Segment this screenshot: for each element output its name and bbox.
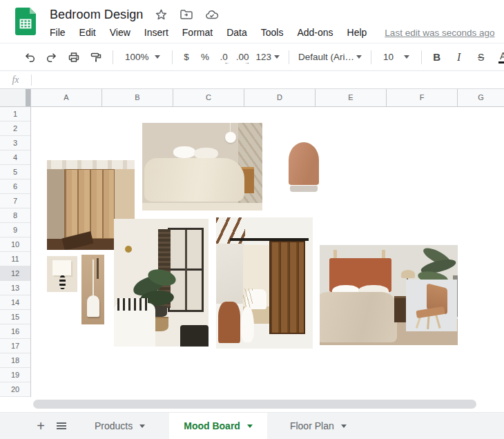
left-arrow-icon: ←: [224, 59, 230, 66]
select-all-corner[interactable]: [0, 89, 31, 107]
menu-insert[interactable]: Insert: [137, 25, 175, 40]
row-header[interactable]: 20: [0, 382, 30, 397]
last-edit-status[interactable]: Last edit was seconds ago: [385, 28, 494, 38]
toolbar-separator: [371, 50, 371, 64]
font-size-select[interactable]: 10: [376, 47, 416, 67]
menu-format[interactable]: Format: [175, 25, 220, 40]
linen-duvet: [144, 158, 244, 202]
row-header[interactable]: 1: [0, 107, 30, 121]
star-icon[interactable]: [155, 8, 168, 21]
row-headers: 1234567891011121314151617181920: [0, 107, 31, 397]
bold-button[interactable]: B: [427, 47, 447, 67]
row-header[interactable]: 2: [0, 121, 30, 136]
menu-help[interactable]: Help: [340, 25, 374, 40]
dropdown-arrow-icon: [404, 55, 409, 59]
menu-edit[interactable]: Edit: [72, 25, 103, 40]
more-formats-button[interactable]: 123: [252, 47, 284, 67]
image-wall-sconce[interactable]: [47, 256, 77, 292]
dropdown-arrow-icon: [274, 55, 280, 59]
tab-label: Mood Board: [184, 420, 240, 431]
row-header[interactable]: 4: [0, 150, 30, 165]
column-header[interactable]: E: [316, 89, 387, 107]
menu-tools[interactable]: Tools: [254, 25, 291, 40]
formula-input[interactable]: [32, 71, 504, 88]
column-header[interactable]: B: [102, 89, 173, 107]
dropdown-arrow-icon: [356, 55, 362, 59]
sheet-tab-bar: + Products Mood Board Floor Plan: [0, 412, 504, 439]
row-header[interactable]: 8: [0, 208, 30, 223]
dropdown-arrow-icon: [139, 425, 145, 428]
menu-bar: File Edit View Insert Format Data Tools …: [43, 25, 504, 40]
row-header[interactable]: 3: [0, 136, 30, 150]
toolbar-separator: [421, 50, 422, 64]
image-barn-door-bath[interactable]: [216, 217, 313, 349]
add-sheet-button[interactable]: +: [30, 413, 51, 439]
image-window-bedroom[interactable]: [114, 219, 209, 347]
zoom-select[interactable]: 100%: [118, 47, 167, 67]
google-sheets-app: Bedroom Design File Edit View Insert For…: [0, 0, 504, 439]
row-header[interactable]: 19: [0, 368, 30, 382]
spreadsheet-grid: ABCDEFG 1234567891011121314151617181920: [0, 89, 504, 397]
formula-bar: fx: [0, 71, 504, 89]
row-header[interactable]: 15: [0, 310, 30, 324]
corner-strip: [26, 89, 30, 106]
row-header[interactable]: 16: [0, 324, 30, 339]
increase-decimal-button[interactable]: .00→: [233, 47, 252, 67]
column-header[interactable]: A: [31, 89, 102, 107]
cloud-saved-icon[interactable]: [205, 9, 220, 21]
image-linen-bed[interactable]: [142, 123, 262, 211]
sconce-shade: [52, 260, 71, 275]
barn-door: [269, 241, 305, 334]
row-header[interactable]: 17: [0, 339, 30, 353]
menu-view[interactable]: View: [103, 25, 137, 40]
row-header[interactable]: 6: [0, 179, 30, 194]
redo-icon[interactable]: [41, 47, 61, 67]
row-header[interactable]: 14: [0, 295, 30, 310]
row-header[interactable]: 7: [0, 194, 30, 208]
document-title[interactable]: Bedroom Design: [50, 8, 143, 22]
tab-label: Floor Plan: [290, 420, 334, 431]
print-icon[interactable]: [64, 47, 84, 67]
menu-addons[interactable]: Add-ons: [290, 25, 340, 40]
italic-button[interactable]: I: [449, 47, 469, 67]
image-pendant-lamp[interactable]: [81, 255, 104, 324]
all-sheets-icon[interactable]: [51, 413, 72, 439]
dropdown-arrow-icon: [155, 55, 160, 59]
fx-label: fx: [0, 75, 31, 86]
row-header[interactable]: 13: [0, 281, 30, 295]
paint-format-icon[interactable]: [86, 47, 106, 67]
column-header[interactable]: G: [458, 89, 504, 107]
text-color-button[interactable]: A: [493, 47, 504, 67]
decrease-decimal-button[interactable]: .0←: [215, 47, 233, 67]
wardrobe-doors: [64, 169, 114, 239]
row-header[interactable]: 18: [0, 353, 30, 368]
toolbar: 100% $ % .0← .00→ 123 Default (Ari… 10 B…: [0, 43, 504, 71]
currency-format-button[interactable]: $: [177, 47, 196, 67]
row-header[interactable]: 12: [0, 266, 30, 281]
scroll-strip: [0, 397, 504, 412]
move-folder-icon[interactable]: [180, 8, 193, 21]
image-clay-diffuser[interactable]: [289, 142, 319, 192]
column-header-row: ABCDEFG: [0, 89, 504, 107]
row-header[interactable]: 5: [0, 165, 30, 179]
horizontal-scrollbar[interactable]: [33, 400, 476, 409]
menu-file[interactable]: File: [43, 25, 72, 40]
image-leather-lounge-chair[interactable]: [406, 280, 457, 331]
column-header[interactable]: D: [244, 89, 316, 107]
column-header[interactable]: F: [387, 89, 458, 107]
column-header[interactable]: C: [173, 89, 244, 107]
strikethrough-button[interactable]: S: [471, 47, 491, 67]
row-header[interactable]: 10: [0, 237, 30, 252]
undo-icon[interactable]: [19, 47, 39, 67]
percent-format-button[interactable]: %: [196, 47, 215, 67]
sheet-canvas[interactable]: [31, 107, 504, 397]
menu-data[interactable]: Data: [220, 25, 254, 40]
tab-floor-plan[interactable]: Floor Plan: [275, 413, 361, 439]
row-header[interactable]: 9: [0, 223, 30, 237]
tab-products[interactable]: Products: [80, 413, 159, 439]
tab-mood-board[interactable]: Mood Board: [169, 413, 267, 439]
pendant-shade: [87, 295, 99, 317]
sheets-logo-icon[interactable]: [15, 8, 36, 35]
font-family-select[interactable]: Default (Ari…: [294, 47, 366, 67]
row-header[interactable]: 11: [0, 252, 30, 266]
